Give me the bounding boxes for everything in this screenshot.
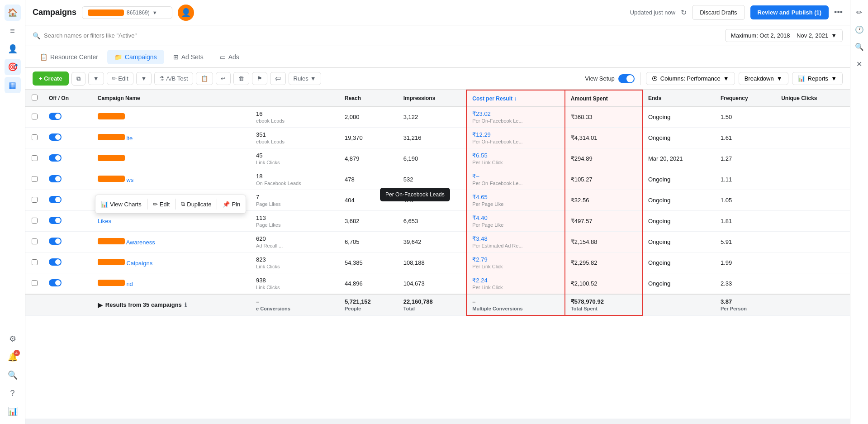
- col-amount-spent[interactable]: Amount Spent: [565, 90, 642, 107]
- date-range-selector[interactable]: Maximum: Oct 2, 2018 – Nov 2, 2021 ▼: [725, 29, 843, 42]
- close-icon[interactable]: ✕: [852, 57, 867, 71]
- profile-button[interactable]: 👤: [178, 5, 194, 21]
- sidebar-search[interactable]: 🔍: [5, 367, 21, 383]
- col-frequency[interactable]: Frequency: [715, 90, 776, 107]
- row-checkbox-cell-4[interactable]: [25, 190, 43, 211]
- row-checkbox-1[interactable]: [32, 134, 38, 140]
- col-cost-per-result[interactable]: Cost per Result ↓: [466, 90, 565, 107]
- row-checkbox-7[interactable]: [32, 259, 38, 265]
- sidebar-home[interactable]: 🏠: [5, 5, 21, 21]
- row-toggle-cell-6[interactable]: [43, 232, 92, 252]
- account-selector[interactable]: 8651869) ▼: [82, 6, 172, 19]
- row-toggle-cell-4[interactable]: [43, 190, 92, 211]
- campaign-name-link-5[interactable]: Likes: [98, 218, 111, 224]
- row-toggle-cell-0[interactable]: [43, 107, 92, 128]
- horizontal-scrollbar[interactable]: [25, 419, 850, 424]
- row-checkbox-cell-8[interactable]: [25, 273, 43, 295]
- campaign-name-link-3[interactable]: ws: [126, 176, 133, 183]
- right-clock[interactable]: 🕐: [852, 22, 867, 37]
- tab-ad-sets[interactable]: ⊞ Ad Sets: [166, 50, 211, 64]
- col-impressions[interactable]: Impressions: [398, 90, 467, 107]
- row-name-cell-2[interactable]: [92, 148, 251, 169]
- sidebar-settings[interactable]: ⚙: [5, 331, 21, 347]
- row-name-cell-8[interactable]: nd: [92, 273, 251, 295]
- ctx-edit[interactable]: ✏ Edit: [147, 197, 175, 211]
- row-checkbox-cell-1[interactable]: [25, 128, 43, 148]
- row-toggle-3[interactable]: [49, 175, 62, 182]
- row-checkbox-8[interactable]: [32, 280, 38, 286]
- flag-button[interactable]: ⚑: [252, 72, 267, 85]
- row-toggle-cell-3[interactable]: [43, 169, 92, 190]
- clipboard-button[interactable]: 📋: [196, 72, 213, 85]
- edit-chevron-button[interactable]: ▼: [136, 72, 152, 85]
- row-checkbox-cell-5[interactable]: [25, 211, 43, 232]
- tag-button[interactable]: 🏷: [270, 72, 286, 85]
- row-checkbox-cell-3[interactable]: [25, 169, 43, 190]
- row-checkbox-6[interactable]: [32, 238, 38, 244]
- view-setup-toggle[interactable]: [618, 74, 635, 83]
- row-toggle-2[interactable]: [49, 154, 62, 162]
- row-toggle-cell-1[interactable]: [43, 128, 92, 148]
- review-publish-button[interactable]: Review and Publish (1): [750, 5, 829, 19]
- row-toggle-7[interactable]: [49, 258, 62, 266]
- undo-button[interactable]: ↩: [216, 72, 231, 85]
- row-name-cell-7[interactable]: Caipaigns: [92, 252, 251, 273]
- ctx-pin[interactable]: 📌 Pin: [217, 197, 246, 211]
- columns-button[interactable]: ⦿ Columns: Performance ▼: [646, 72, 735, 85]
- row-toggle-5[interactable]: [49, 217, 62, 224]
- row-toggle-0[interactable]: [49, 113, 62, 120]
- sidebar-profile[interactable]: 👤: [5, 41, 21, 57]
- col-ends[interactable]: Ends: [642, 90, 715, 107]
- campaign-name-link-6[interactable]: Awareness: [126, 239, 155, 246]
- campaign-name-link-7[interactable]: Caipaigns: [126, 260, 152, 267]
- ctx-view-charts[interactable]: 📊 View Charts: [95, 197, 147, 211]
- row-toggle-cell-2[interactable]: [43, 148, 92, 169]
- select-all-checkbox[interactable]: [32, 95, 38, 100]
- breakdown-button[interactable]: Breakdown ▼: [739, 72, 788, 85]
- more-options-button[interactable]: •••: [834, 8, 843, 17]
- footer-expand-icon[interactable]: ▶: [98, 301, 103, 309]
- row-checkbox-cell-6[interactable]: [25, 232, 43, 252]
- tab-ads[interactable]: ▭ Ads: [213, 50, 247, 64]
- ctx-duplicate[interactable]: ⧉ Duplicate: [175, 197, 217, 211]
- col-campaign-name[interactable]: Campaign Name: [92, 90, 251, 107]
- right-edit[interactable]: ✏: [852, 5, 867, 19]
- row-toggle-cell-7[interactable]: [43, 252, 92, 273]
- sidebar-grid[interactable]: ▦: [5, 77, 21, 93]
- row-checkbox-5[interactable]: [32, 218, 38, 224]
- row-checkbox-cell-2[interactable]: [25, 148, 43, 169]
- row-checkbox-4[interactable]: [32, 197, 38, 203]
- row-name-cell-3[interactable]: ws: [92, 169, 251, 190]
- row-name-cell-5[interactable]: Likes: [92, 211, 251, 232]
- sidebar-reports[interactable]: 📊: [5, 403, 21, 419]
- tab-campaigns[interactable]: 📁 Campaigns: [107, 50, 164, 64]
- col-unique-clicks[interactable]: Unique Clicks: [776, 90, 850, 107]
- sidebar-menu[interactable]: ≡: [5, 23, 21, 39]
- row-toggle-cell-5[interactable]: [43, 211, 92, 232]
- sidebar-help[interactable]: ?: [5, 385, 21, 401]
- campaign-name-link-1[interactable]: ite: [126, 135, 133, 142]
- row-toggle-6[interactable]: [49, 238, 62, 245]
- refresh-button[interactable]: ↻: [681, 8, 687, 17]
- ab-test-button[interactable]: ⚗ A/B Test: [154, 72, 193, 85]
- col-reach[interactable]: Reach: [339, 90, 398, 107]
- row-name-cell-0[interactable]: [92, 107, 251, 128]
- search-input[interactable]: [44, 32, 721, 39]
- select-all-header[interactable]: [25, 90, 43, 107]
- rules-button[interactable]: Rules ▼: [289, 72, 321, 85]
- delete-button[interactable]: 🗑: [233, 72, 249, 85]
- row-name-cell-1[interactable]: ite: [92, 128, 251, 148]
- copy-chevron-button[interactable]: ▼: [88, 72, 104, 85]
- sidebar-campaigns[interactable]: 🎯: [5, 59, 21, 75]
- row-toggle-4[interactable]: [49, 196, 62, 203]
- row-toggle-1[interactable]: [49, 133, 62, 141]
- row-toggle-cell-8[interactable]: [43, 273, 92, 295]
- right-search[interactable]: 🔍: [852, 39, 867, 54]
- copy-button[interactable]: ⧉: [71, 72, 85, 86]
- discard-drafts-button[interactable]: Discard Drafts: [692, 5, 745, 20]
- row-checkbox-3[interactable]: [32, 176, 38, 182]
- reports-button[interactable]: 📊 Reports ▼: [792, 72, 843, 85]
- row-name-cell-6[interactable]: Awareness: [92, 232, 251, 252]
- row-toggle-8[interactable]: [49, 279, 62, 286]
- row-checkbox-2[interactable]: [32, 155, 38, 161]
